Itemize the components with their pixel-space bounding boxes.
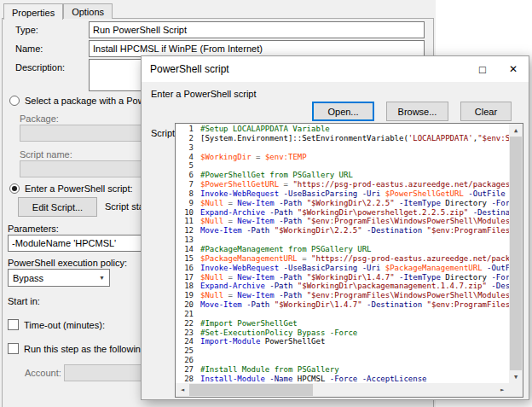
code-line: Move-Item -Path "$WorkingDir\2.2.5" -Des…	[200, 226, 509, 235]
package-label: Package:	[20, 113, 59, 124]
browse-button[interactable]: Browse...	[386, 102, 448, 121]
code-line	[200, 346, 509, 356]
scroll-left-icon[interactable]: ◄	[176, 383, 189, 397]
code-line: #PackageManagement from PSGallery URL	[200, 245, 509, 254]
scroll-down-icon[interactable]: ▼	[509, 370, 523, 383]
code-line: Import-Module PowerShellGet	[200, 337, 509, 346]
line-number: 11	[176, 217, 194, 226]
enter-script-radio-label: Enter a PowerShell script:	[25, 183, 133, 194]
code-line: Invoke-WebRequest -UseBasicParsing -Uri …	[200, 189, 509, 199]
line-number: 9	[176, 199, 194, 208]
code-lines[interactable]: #Setup LOCALAPPDATA Variable[System.Envi…	[198, 124, 509, 383]
name-label: Name:	[15, 44, 43, 54]
close-button[interactable]: ✕	[498, 56, 529, 82]
line-number: 21	[176, 310, 194, 319]
line-number: 17	[176, 273, 194, 282]
tab-options[interactable]: Options	[63, 3, 113, 19]
horizontal-scrollbar-thumb[interactable]	[189, 384, 313, 396]
run-as-checkbox[interactable]	[8, 343, 19, 354]
type-field[interactable]	[89, 21, 425, 38]
line-number: 4	[176, 153, 194, 162]
code-line	[200, 235, 509, 245]
line-number: 3	[176, 143, 194, 153]
description-label: Description:	[15, 62, 65, 73]
code-line	[200, 143, 509, 153]
code-line: Install-Module -Name HPCMSL -Force -Acce…	[200, 375, 509, 383]
enter-script-prompt: Enter a PowerShell script	[151, 89, 257, 99]
powershell-script-dialog: PowerShell script □ ✕ Enter a PowerShell…	[141, 55, 529, 400]
script-status-label: Script sta	[105, 201, 144, 212]
line-number: 5	[176, 161, 194, 171]
close-icon: ✕	[509, 63, 518, 75]
title-bar[interactable]: PowerShell script □ ✕	[142, 56, 529, 82]
line-number: 25	[176, 346, 194, 356]
timeout-checkbox-label: Time-out (minutes):	[24, 320, 105, 330]
parameters-label: Parameters:	[8, 224, 59, 234]
execution-policy-label: PowerShell execution policy:	[8, 258, 127, 268]
chevron-down-icon: ▼	[95, 275, 109, 281]
line-number: 1	[176, 125, 194, 134]
code-line: Expand-Archive -Path "$WorkingDir\packag…	[200, 282, 509, 291]
type-label: Type:	[15, 25, 38, 35]
code-line: #Setup LOCALAPPDATA Variable	[200, 125, 509, 134]
account-label: Account:	[25, 368, 61, 378]
line-number: 6	[176, 171, 194, 180]
maximize-button[interactable]: □	[467, 56, 498, 82]
script-editor[interactable]: 1234567891011121314151617181920212223242…	[175, 123, 523, 398]
open-button[interactable]: Open...	[312, 102, 374, 121]
clear-button[interactable]: Clear	[460, 102, 512, 121]
line-number: 16	[176, 264, 194, 273]
code-line	[200, 161, 509, 171]
maximize-icon: □	[479, 63, 486, 76]
line-number: 15	[176, 254, 194, 264]
line-number-gutter: 1234567891011121314151617181920212223242…	[176, 124, 198, 383]
select-package-radio[interactable]	[9, 96, 20, 106]
line-number: 13	[176, 235, 194, 245]
enter-script-radio[interactable]	[9, 183, 20, 194]
line-number: 7	[176, 180, 194, 189]
line-number: 27	[176, 365, 194, 375]
code-line	[200, 356, 509, 365]
code-line	[200, 310, 509, 319]
code-line: $WorkingDir = $env:TEMP	[200, 153, 509, 162]
execution-policy-value: Bypass	[9, 273, 95, 283]
line-number: 12	[176, 226, 194, 235]
code-line: $PackageManagementURL = "https://psg-pro…	[200, 254, 509, 264]
vertical-scrollbar[interactable]: ▲ ▼	[509, 124, 523, 383]
horizontal-scrollbar[interactable]: ◄ ►	[176, 383, 509, 397]
scroll-up-icon[interactable]: ▲	[509, 124, 523, 137]
code-line: #Set-ExecutionPolicy Bypass -Force	[200, 329, 509, 338]
code-line: $Null = New-Item -Path "$env:ProgramFile…	[200, 291, 509, 300]
edit-script-button[interactable]: Edit Script...	[18, 197, 97, 217]
scrollbar-corner	[509, 383, 523, 397]
code-line: Expand-Archive -Path "$WorkingDir\powers…	[200, 208, 509, 218]
line-number: 24	[176, 337, 194, 346]
script-actions: Open... Browse... Clear	[312, 102, 512, 121]
code-line: $Null = New-Item -Path "$WorkingDir\2.2.…	[200, 199, 509, 208]
line-number: 19	[176, 291, 194, 300]
line-number: 26	[176, 356, 194, 365]
start-in-label: Start in:	[8, 296, 40, 306]
script-name-label: Script name:	[20, 149, 72, 160]
code-line: #Install Module from PSGallery	[200, 365, 509, 375]
window-title: PowerShell script	[142, 63, 467, 75]
line-number: 22	[176, 319, 194, 329]
line-number: 20	[176, 300, 194, 310]
code-line: $Null = New-Item -Path "$env:ProgramFile…	[200, 217, 509, 226]
timeout-checkbox[interactable]	[8, 319, 19, 330]
tab-strip: Properties Options	[3, 2, 113, 19]
code-line: #Import PowerShellGet	[200, 319, 509, 329]
vertical-scrollbar-thumb[interactable]	[510, 137, 522, 370]
code-line: #PowerShellGet from PSGallery URL	[200, 171, 509, 180]
code-line: $Null = New-Item -Path "$WorkingDir\1.4.…	[200, 273, 509, 282]
tab-properties[interactable]: Properties	[3, 3, 63, 20]
name-field[interactable]	[89, 40, 425, 57]
code-line: $PowerShellGetURL = "https://psg-prod-ea…	[200, 180, 509, 189]
script-label: Script:	[151, 128, 177, 138]
line-number: 8	[176, 189, 194, 199]
execution-policy-select[interactable]: Bypass ▼	[8, 269, 110, 287]
code-line: Move-Item -Path "$WorkingDir\1.4.7" -Des…	[200, 300, 509, 310]
code-line: Invoke-WebRequest -UseBasicParsing -Uri …	[200, 264, 509, 273]
code-line: [System.Environment]::SetEnvironmentVari…	[200, 134, 509, 143]
scroll-right-icon[interactable]: ►	[495, 383, 509, 397]
